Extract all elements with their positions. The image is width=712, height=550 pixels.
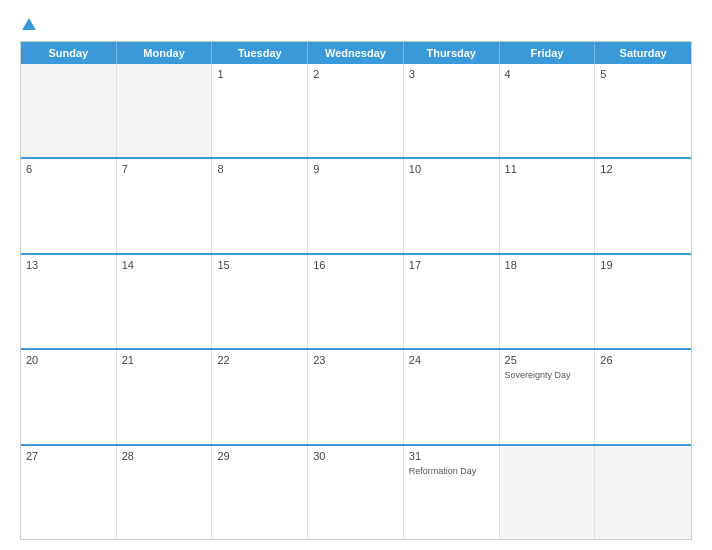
calendar-cell: 30 [308,446,404,539]
day-number: 28 [122,450,207,462]
calendar-cell: 15 [212,255,308,348]
calendar-week-3: 13141516171819 [21,253,691,348]
day-number: 5 [600,68,686,80]
page-header [20,18,692,31]
calendar-cell: 31Reformation Day [404,446,500,539]
day-number: 16 [313,259,398,271]
calendar-cell: 22 [212,350,308,443]
day-number: 4 [505,68,590,80]
day-number: 18 [505,259,590,271]
day-number: 13 [26,259,111,271]
day-number: 21 [122,354,207,366]
header-day-wednesday: Wednesday [308,42,404,64]
day-number: 20 [26,354,111,366]
day-number: 2 [313,68,398,80]
calendar-cell: 3 [404,64,500,157]
header-day-thursday: Thursday [404,42,500,64]
header-day-monday: Monday [117,42,213,64]
day-number: 7 [122,163,207,175]
day-number: 10 [409,163,494,175]
day-number: 17 [409,259,494,271]
day-number: 22 [217,354,302,366]
day-number: 27 [26,450,111,462]
calendar-week-5: 2728293031Reformation Day [21,444,691,539]
calendar-cell: 25Sovereignty Day [500,350,596,443]
logo-triangle-icon [22,18,36,30]
calendar-cell [500,446,596,539]
calendar-cell: 19 [595,255,691,348]
calendar-cell: 23 [308,350,404,443]
day-number: 25 [505,354,590,366]
day-number: 31 [409,450,494,462]
calendar-cell: 10 [404,159,500,252]
day-number: 15 [217,259,302,271]
calendar-cell: 11 [500,159,596,252]
calendar-cell: 5 [595,64,691,157]
day-number: 8 [217,163,302,175]
calendar-cell: 27 [21,446,117,539]
calendar-cell [595,446,691,539]
calendar-header-row: SundayMondayTuesdayWednesdayThursdayFrid… [21,42,691,64]
calendar-cell: 18 [500,255,596,348]
calendar-cell: 14 [117,255,213,348]
calendar-cell: 6 [21,159,117,252]
day-number: 24 [409,354,494,366]
calendar-cell: 28 [117,446,213,539]
calendar-cell: 26 [595,350,691,443]
day-number: 9 [313,163,398,175]
header-day-friday: Friday [500,42,596,64]
calendar-cell: 7 [117,159,213,252]
holiday-name: Sovereignty Day [505,370,590,381]
day-number: 11 [505,163,590,175]
logo [20,18,36,31]
calendar-cell: 16 [308,255,404,348]
day-number: 19 [600,259,686,271]
calendar-cell [21,64,117,157]
calendar-cell: 9 [308,159,404,252]
calendar-cell: 4 [500,64,596,157]
calendar-cell: 29 [212,446,308,539]
calendar-body: 1234567891011121314151617181920212223242… [21,64,691,539]
day-number: 1 [217,68,302,80]
calendar-cell: 12 [595,159,691,252]
header-day-saturday: Saturday [595,42,691,64]
calendar-cell: 17 [404,255,500,348]
calendar-cell: 1 [212,64,308,157]
calendar-cell: 24 [404,350,500,443]
day-number: 3 [409,68,494,80]
calendar-week-2: 6789101112 [21,157,691,252]
header-day-sunday: Sunday [21,42,117,64]
day-number: 12 [600,163,686,175]
day-number: 29 [217,450,302,462]
calendar-cell: 8 [212,159,308,252]
holiday-name: Reformation Day [409,466,494,477]
calendar-cell [117,64,213,157]
calendar-cell: 21 [117,350,213,443]
day-number: 26 [600,354,686,366]
calendar-week-4: 202122232425Sovereignty Day26 [21,348,691,443]
day-number: 6 [26,163,111,175]
calendar-grid: SundayMondayTuesdayWednesdayThursdayFrid… [20,41,692,540]
header-day-tuesday: Tuesday [212,42,308,64]
day-number: 30 [313,450,398,462]
day-number: 23 [313,354,398,366]
calendar-cell: 13 [21,255,117,348]
calendar-week-1: 12345 [21,64,691,157]
calendar-cell: 20 [21,350,117,443]
calendar-page: SundayMondayTuesdayWednesdayThursdayFrid… [0,0,712,550]
calendar-cell: 2 [308,64,404,157]
day-number: 14 [122,259,207,271]
